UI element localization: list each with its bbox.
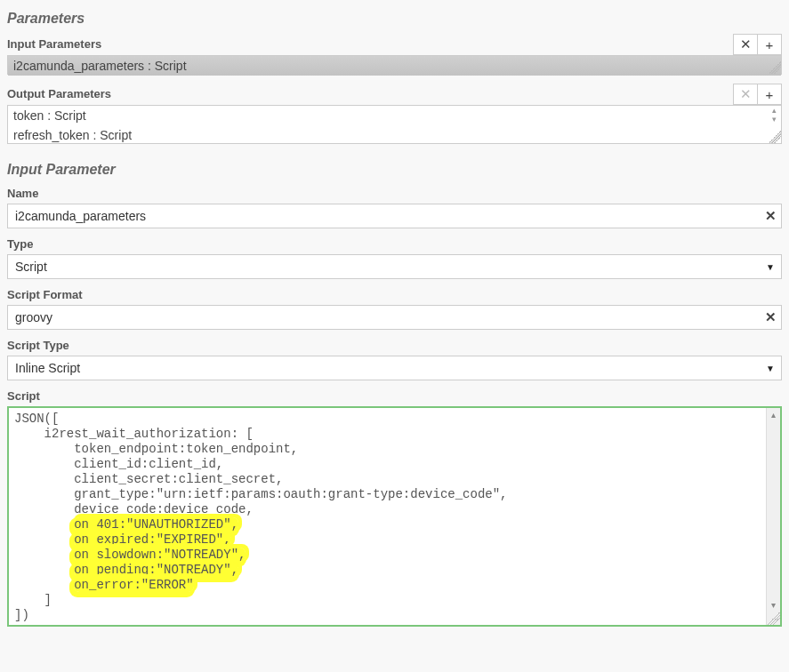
input-parameters-label: Input Parameters [7,34,733,55]
resize-grip-icon[interactable] [766,612,780,625]
type-select[interactable]: Script [7,254,782,279]
script-type-select[interactable]: Inline Script [7,356,782,380]
scroll-up-icon[interactable]: ▴ [767,408,780,422]
script-format-input[interactable] [7,305,782,330]
type-label: Type [7,237,782,251]
list-item[interactable]: refresh_token : Script [8,125,781,145]
input-param-remove-button[interactable]: ✕ [733,34,758,55]
script-type-label: Script Type [7,339,782,352]
script-textarea[interactable]: JSON([ i2rest_wait_authorization: [ toke… [7,406,782,627]
scroll-down-icon[interactable]: ▾ [767,598,780,612]
scrollbar[interactable]: ▴ ▾ [766,408,780,625]
input-parameters-list[interactable]: i2camunda_parameters : Script [7,55,782,75]
input-parameter-title: Input Parameter [7,162,782,178]
output-param-remove-button[interactable]: ✕ [733,84,758,105]
clear-icon[interactable]: ✕ [765,309,777,325]
script-label: Script [7,389,782,403]
clear-icon[interactable]: ✕ [765,208,777,224]
resize-grip-icon[interactable] [769,131,781,143]
list-item[interactable]: i2camunda_parameters : Script [8,56,781,76]
resize-grip-icon[interactable] [769,61,781,74]
script-format-label: Script Format [7,288,782,301]
output-parameters-list[interactable]: ▴ ▾ token : Scriptrefresh_token : Script [7,105,782,144]
parameters-title: Parameters [7,11,782,27]
move-down-icon[interactable]: ▾ [768,116,780,124]
name-label: Name [7,187,782,200]
input-param-add-button[interactable]: + [757,34,782,55]
output-param-add-button[interactable]: + [757,84,782,105]
name-input[interactable] [7,204,782,228]
output-parameters-label: Output Parameters [7,84,733,105]
list-item[interactable]: token : Script [8,106,781,125]
